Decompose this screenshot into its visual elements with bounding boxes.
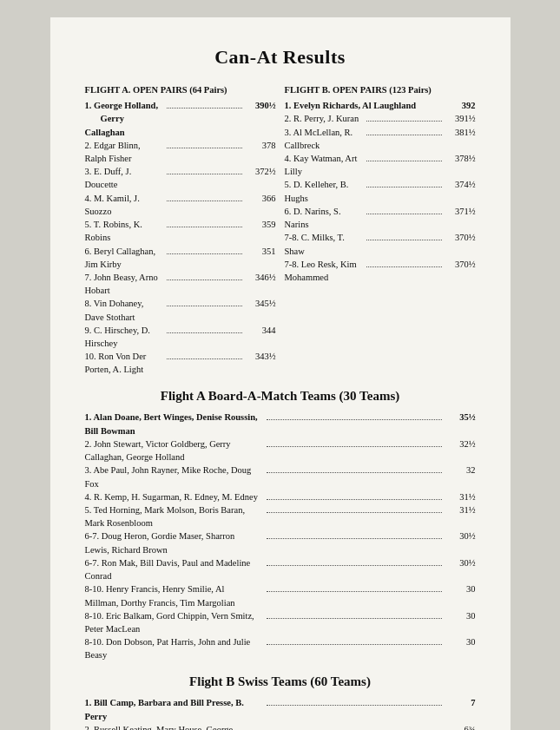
list-item: 2. John Stewart, Victor Goldberg, Gerry … (85, 437, 476, 464)
entry-score: 346½ (245, 271, 276, 284)
entry-score: 372½ (245, 165, 276, 178)
dots (267, 472, 442, 473)
dots (267, 565, 442, 566)
page-title: Can-At Results (85, 43, 476, 71)
entry-name: 7-8. C. Milks, T. Shaw (285, 231, 364, 257)
entry-name: 1. George Holland, Gerry Callaghan (85, 99, 164, 139)
list-item: 4. R. Kemp, H. Sugarman, R. Edney, M. Ed… (85, 490, 476, 503)
list-item: 7. John Beasy, Arno Hobart 346½ (85, 271, 276, 297)
dots (366, 266, 442, 267)
open-pairs-section: FLIGHT A. OPEN PAIRS (64 Pairs) 1. Georg… (85, 83, 476, 377)
dots (267, 512, 442, 513)
list-item: 2. Edgar Blinn, Ralph Fisher 378 (85, 139, 276, 165)
entry-name: 2. Russell Keating, Mary House, George M… (85, 723, 264, 730)
entry-name: 4. Kay Watman, Art Lilly (285, 152, 364, 178)
entry-name: 8-10. Don Dobson, Pat Harris, John and J… (85, 635, 264, 661)
dots (167, 332, 242, 333)
entry-score: 378½ (445, 152, 476, 165)
list-item: 3. Abe Paul, John Rayner, Mike Roche, Do… (85, 464, 476, 490)
swiss-list: 1. Bill Camp, Barbara and Bill Presse, B… (85, 696, 476, 730)
entry-name: 1. Alan Doane, Bert Winges, Denise Rouss… (85, 411, 264, 437)
entry-name: 3. E. Duff, J. Doucette (85, 165, 164, 191)
entry-score: 378 (245, 139, 276, 152)
entry-name: 2. John Stewart, Victor Goldberg, Gerry … (85, 437, 264, 464)
list-item: 9. C. Hirschey, D. Hirschey 344 (85, 324, 276, 350)
list-item: 10. Ron Von Der Porten, A. Light 343½ (85, 350, 276, 376)
entry-name: 8-10. Henry Francis, Henry Smilie, Al Mi… (85, 582, 264, 608)
dots (267, 419, 442, 420)
list-item: 6. D. Narins, S. Narins 371½ (285, 205, 476, 231)
entry-score: 371½ (445, 205, 476, 218)
entry-name: 3. Abe Paul, John Rayner, Mike Roche, Do… (85, 464, 264, 490)
entry-score: 30½ (445, 556, 476, 569)
entry-name: 7. John Beasy, Arno Hobart (85, 271, 164, 297)
list-item: 6-7. Doug Heron, Gordie Maser, Sharron L… (85, 529, 476, 556)
entry-name: 2. R. Perry, J. Kuran (285, 112, 364, 125)
entry-score: 345½ (245, 297, 276, 310)
list-item: 5. Ted Horning, Mark Molson, Boris Baran… (85, 503, 476, 529)
entry-score: 30 (445, 582, 476, 595)
list-item: 6-7. Ron Mak, Bill Davis, Paul and Madel… (85, 556, 476, 582)
entry-score: 374½ (445, 178, 476, 191)
dots (167, 148, 242, 148)
list-item: 4. Kay Watman, Art Lilly 378½ (285, 152, 476, 178)
entry-score: 30 (445, 635, 476, 648)
entry-name: 5. T. Robins, K. Robins (85, 218, 164, 244)
flight-b-header: FLIGHT B. OPEN PAIRS (123 Pairs) (285, 83, 476, 96)
list-item: 5. T. Robins, K. Robins 359 (85, 218, 276, 244)
list-item: 8. Vin Dohaney, Dave Stothart 345½ (85, 297, 276, 323)
list-item: 6. Beryl Callaghan, Jim Kirby 351 (85, 245, 276, 271)
entry-score: 7 (445, 696, 476, 709)
flight-a-header: FLIGHT A. OPEN PAIRS (64 Pairs) (85, 83, 276, 96)
entry-score: 392 (445, 99, 476, 112)
entry-name: 6. D. Narins, S. Narins (285, 205, 364, 231)
list-item: 1. Evelyn Richards, Al Laughland 392 (285, 99, 476, 112)
entry-name: 4. M. Kamil, J. Suozzo (85, 192, 164, 218)
dots (267, 705, 442, 706)
entry-name: 8. Vin Dohaney, Dave Stothart (85, 297, 164, 323)
list-item: 1. George Holland, Gerry Callaghan 390½ (85, 99, 276, 139)
entry-score: 6¾ (445, 723, 476, 730)
dots (366, 214, 442, 214)
dots (267, 499, 442, 500)
entry-name: 2. Edgar Blinn, Ralph Fisher (85, 139, 164, 165)
entry-name: 5. Ted Horning, Mark Molson, Boris Baran… (85, 503, 264, 529)
entry-name: 3. Al McLellan, R. Callbreck (285, 126, 364, 152)
entry-score: 30½ (445, 529, 476, 543)
swiss-title: Flight B Swiss Teams (60 Teams) (85, 673, 476, 692)
entry-name: 5. D. Kelleher, B. Hughs (285, 178, 364, 204)
dots (366, 121, 442, 122)
list-item: 1. Alan Doane, Bert Winges, Denise Rouss… (85, 411, 476, 437)
list-item: 8-10. Don Dobson, Pat Harris, John and J… (85, 635, 476, 661)
entry-score: 370½ (445, 258, 476, 271)
dots (167, 306, 242, 306)
board-match-title: Flight A Board-A-Match Teams (30 Teams) (85, 387, 476, 406)
list-item: 2. Russell Keating, Mary House, George M… (85, 723, 476, 730)
dots (167, 280, 242, 280)
entry-score: 344 (245, 324, 276, 337)
dots (267, 538, 442, 539)
entry-name: 4. R. Kemp, H. Sugarman, R. Edney, M. Ed… (85, 490, 264, 503)
list-item: 3. Al McLellan, R. Callbreck 381½ (285, 126, 476, 152)
entry-score: 351 (245, 245, 276, 258)
list-item: 7-8. Leo Resk, Kim Mohammed 370½ (285, 258, 476, 284)
entry-score: 32 (445, 464, 476, 477)
entry-score: 343½ (245, 350, 276, 363)
entry-score: 390½ (245, 99, 276, 112)
list-item: 8-10. Eric Balkam, Gord Chippin, Vern Sm… (85, 609, 476, 635)
entry-name: 1. Bill Camp, Barbara and Bill Presse, B… (85, 696, 264, 722)
dots (366, 187, 442, 187)
entry-name: 6. Beryl Callaghan, Jim Kirby (85, 245, 164, 271)
dots (167, 358, 242, 359)
dots (366, 161, 442, 161)
dots (267, 644, 442, 645)
entry-name: 6-7. Doug Heron, Gordie Maser, Sharron L… (85, 529, 264, 556)
dots (167, 227, 242, 227)
dots (267, 446, 442, 447)
dots (267, 591, 442, 592)
flight-b-col: FLIGHT B. OPEN PAIRS (123 Pairs) 1. Evel… (285, 83, 476, 377)
entry-name: 1. Evelyn Richards, Al Laughland (285, 99, 445, 112)
list-item: 2. R. Perry, J. Kuran 391½ (285, 112, 476, 125)
entry-score: 359 (245, 218, 276, 231)
list-item: 1. Bill Camp, Barbara and Bill Presse, B… (85, 696, 476, 722)
